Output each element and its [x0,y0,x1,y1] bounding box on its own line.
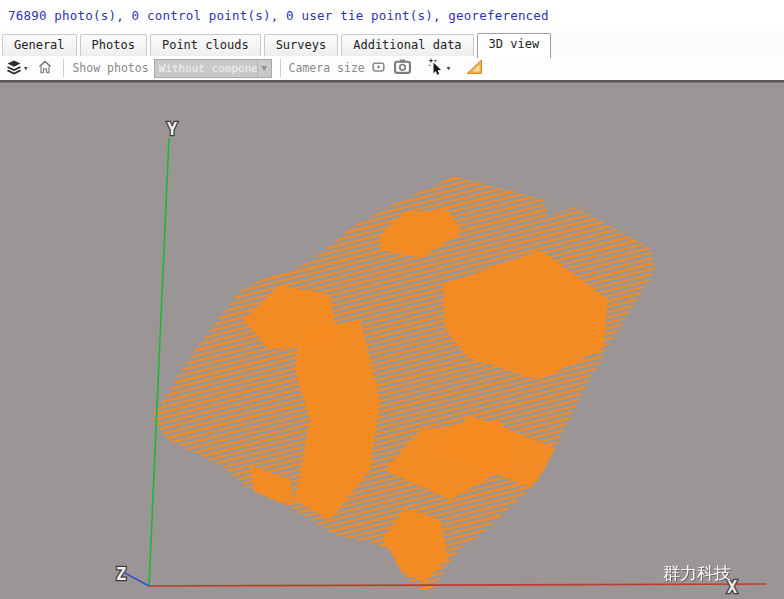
watermark-text: 群力科技 [663,563,731,583]
viewport-top-edge [0,80,784,83]
magic-select-cursor-icon [428,58,445,78]
layers-button[interactable]: ▾ [4,58,30,79]
camera-size-large-button[interactable] [392,57,413,79]
status-text: 76890 photo(s), 0 control point(s), 0 us… [8,8,549,23]
3d-scene[interactable]: Y Z X 群力科技 [0,80,784,599]
camera-small-icon [372,60,385,76]
tab-3d-view[interactable]: 3D view [477,33,552,58]
home-icon [37,59,53,78]
tab-general[interactable]: General [2,34,77,56]
layers-dropdown-arrow-icon[interactable]: ▾ [23,64,28,73]
tab-point-clouds[interactable]: Point clouds [150,34,261,56]
home-button[interactable] [35,58,55,79]
camera-size-small-button[interactable] [370,59,387,77]
component-dropdown[interactable]: Without component ▼ [154,59,272,78]
status-bar: 76890 photo(s), 0 control point(s), 0 us… [0,0,784,30]
z-axis-label: Z [116,564,126,584]
toolbar-separator [63,59,64,77]
show-photos-label: Show photos [72,61,148,75]
3d-viewport[interactable]: Y Z X 群力科技 [0,80,784,599]
measurement-button[interactable] [464,57,485,79]
camera-size-label: Camera size [289,61,365,75]
chevron-down-icon: ▼ [257,60,271,77]
selection-dropdown-arrow-icon[interactable]: ▾ [446,64,451,73]
y-axis-label: Y [167,119,178,139]
measure-triangle-icon [466,58,483,78]
tab-bar: General Photos Point clouds Surveys Addi… [0,30,784,56]
selection-mode-button[interactable]: ▾ [426,57,453,79]
tab-photos[interactable]: Photos [80,34,147,56]
tab-surveys[interactable]: Surveys [264,34,339,56]
layers-icon [6,59,22,78]
component-dropdown-value: Without component [159,62,257,75]
tab-additional-data[interactable]: Additional data [341,34,473,56]
toolbar: ▾ Show photos Without component ▼ Camera… [0,56,784,80]
toolbar-separator [280,59,281,77]
camera-large-icon [394,58,411,78]
